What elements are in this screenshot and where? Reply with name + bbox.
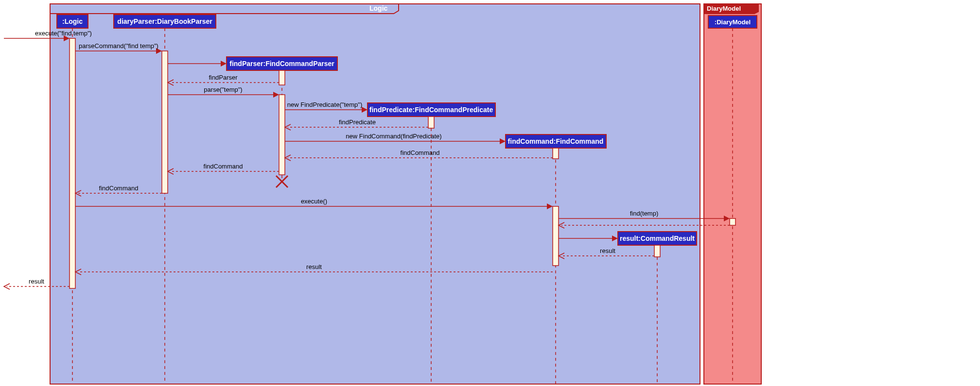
activation-findcommand-1 [553, 148, 559, 159]
svg-text:parseCommand("find temp"): parseCommand("find temp") [79, 42, 158, 50]
svg-text:result: result [29, 278, 44, 285]
svg-text::DiaryModel: :DiaryModel [715, 18, 751, 26]
svg-text:find(temp): find(temp) [630, 210, 659, 217]
svg-text:findCommand: findCommand [401, 149, 440, 156]
svg-text:findCommand: findCommand [99, 185, 139, 192]
svg-text:findPredicate:FindCommandPredi: findPredicate:FindCommandPredicate [369, 106, 493, 114]
svg-text::Logic: :Logic [62, 17, 83, 25]
logic-frame-label: Logic [369, 4, 388, 12]
svg-text:execute(): execute() [301, 198, 327, 205]
svg-text:new FindCommand(findPredicate): new FindCommand(findPredicate) [346, 133, 441, 140]
svg-text:result:CommandResult: result:CommandResult [620, 235, 695, 242]
activation-logic [70, 38, 75, 288]
svg-text:parse("temp"): parse("temp") [204, 86, 242, 93]
svg-text:findCommand: findCommand [204, 163, 243, 170]
svg-text:diaryParser:DiaryBookParser: diaryParser:DiaryBookParser [117, 17, 212, 25]
activation-diarymodel [730, 218, 735, 225]
svg-text:new FindPredicate("temp"): new FindPredicate("temp") [287, 101, 362, 108]
sequence-diagram: Logic DiaryModel :Logic diaryParser:Diar… [0, 0, 980, 386]
activation-findparser-1 [279, 70, 285, 85]
svg-text:findCommand:FindCommand: findCommand:FindCommand [508, 137, 604, 145]
svg-text:findPredicate: findPredicate [339, 118, 376, 126]
svg-text:execute("find temp"): execute("find temp") [35, 30, 92, 37]
svg-text:result: result [600, 247, 615, 254]
activation-findparser-2 [279, 95, 285, 175]
svg-text:findParser: findParser [209, 74, 238, 81]
svg-text:findParser:FindCommandParser: findParser:FindCommandParser [229, 60, 334, 67]
activation-diaryparser [162, 51, 168, 193]
activation-result [654, 245, 660, 257]
logic-frame-bg [50, 4, 700, 384]
activation-findpredicate [428, 117, 434, 128]
activation-findcommand-2 [553, 206, 559, 266]
model-frame-label: DiaryModel [707, 5, 741, 12]
svg-text:result: result [306, 263, 322, 270]
